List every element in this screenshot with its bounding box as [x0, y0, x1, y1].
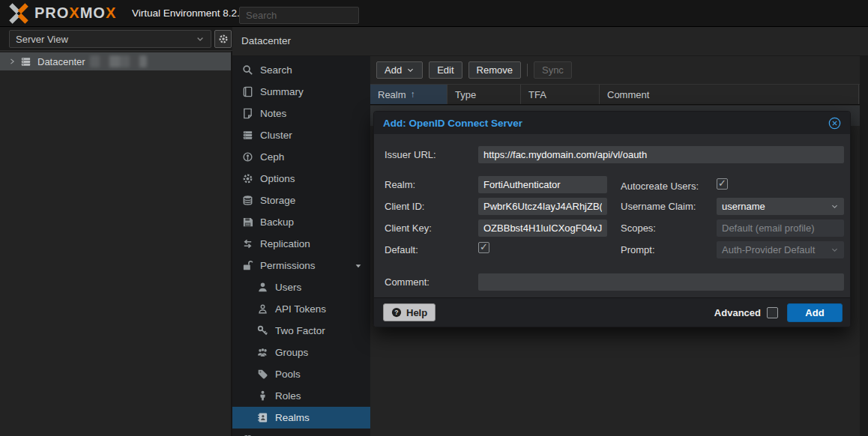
- content-header: Datacenter: [232, 27, 868, 56]
- default-checkbox[interactable]: [478, 242, 489, 253]
- menu-item-storage[interactable]: Storage: [232, 190, 370, 211]
- toolbar-separator: [527, 64, 528, 76]
- autocreate-users-label: Autocreate Users:: [621, 181, 699, 192]
- tree-node-datacenter[interactable]: Datacenter: [0, 52, 231, 70]
- menu-item-users[interactable]: Users: [232, 276, 370, 298]
- prompt-value: Auth-Provider Default: [722, 244, 815, 255]
- menu-item-label: Two Factor: [275, 325, 325, 336]
- autocreate-users-checkbox[interactable]: [717, 178, 728, 190]
- storage-icon: [242, 195, 253, 206]
- add-submit-button[interactable]: Add: [787, 303, 843, 322]
- menu-item-options[interactable]: Options: [232, 168, 370, 190]
- dialog-title-bar[interactable]: Add: OpenID Connect Server: [374, 112, 850, 134]
- realm-input[interactable]: [478, 176, 607, 193]
- column-header-realm[interactable]: Realm↑: [370, 85, 447, 104]
- api-tokens-icon: [257, 303, 268, 315]
- menu-item-summary[interactable]: Summary: [232, 81, 370, 103]
- proxmox-app-window: PROXMOX Virtual Environment 8.2.4 Server…: [0, 0, 868, 436]
- ceph-icon: [242, 151, 253, 163]
- brand-letters: MO: [80, 4, 106, 21]
- column-header-label: TFA: [528, 89, 546, 100]
- scopes-input[interactable]: [717, 219, 844, 237]
- tree-settings-button[interactable]: [214, 30, 232, 48]
- menu-item-search[interactable]: Search: [232, 59, 370, 81]
- toolbar-button-label: Edit: [437, 64, 453, 76]
- realm-label: Realm:: [385, 179, 415, 190]
- menu-item-label: Realms: [275, 412, 310, 423]
- menu-item-label: Summary: [260, 86, 304, 97]
- prompt-select[interactable]: Auth-Provider Default: [717, 241, 844, 258]
- menu-item-roles[interactable]: Roles: [232, 385, 370, 407]
- column-header-type[interactable]: Type: [447, 85, 521, 104]
- edit-button[interactable]: Edit: [429, 61, 462, 79]
- menu-item-ceph[interactable]: Ceph: [232, 146, 370, 168]
- advanced-checkbox[interactable]: [767, 307, 778, 318]
- menu-item-pools[interactable]: Pools: [232, 363, 370, 385]
- chevron-down-icon: [831, 246, 839, 254]
- remove-button[interactable]: Remove: [468, 61, 521, 79]
- menu-item-label: Notes: [260, 108, 286, 119]
- menu-item-label: Options: [260, 173, 295, 184]
- dialog-footer: ? Help Advanced Add: [374, 297, 850, 327]
- gear-icon: [218, 34, 229, 44]
- chevron-down-icon: [196, 34, 205, 43]
- dialog-title: Add: OpenID Connect Server: [383, 118, 522, 129]
- chevron-down-icon: [831, 202, 839, 211]
- panel-right-margin: [860, 56, 868, 436]
- menu-item-two-factor[interactable]: Two Factor: [232, 320, 370, 342]
- brand-letters: PRO: [34, 4, 69, 21]
- menu-item-replication[interactable]: Replication: [232, 233, 370, 255]
- client-id-input[interactable]: [478, 198, 607, 215]
- menu-item-realms[interactable]: Realms: [232, 407, 370, 429]
- username-claim-label: Username Claim:: [621, 201, 696, 212]
- notes-icon: [242, 108, 253, 119]
- comment-label: Comment:: [385, 276, 430, 288]
- permissions-icon: [242, 260, 253, 271]
- menu-item-api-tokens[interactable]: API Tokens: [232, 298, 370, 320]
- menu-item-permissions[interactable]: Permissions: [232, 255, 370, 276]
- menu-item-groups[interactable]: Groups: [232, 342, 370, 363]
- menu-item-label: Replication: [260, 238, 310, 249]
- sync-button[interactable]: Sync: [534, 61, 572, 79]
- client-id-label: Client ID:: [385, 201, 424, 212]
- menu-item-label: Groups: [275, 347, 308, 358]
- issuer-url-input[interactable]: [478, 146, 844, 163]
- column-header-comment[interactable]: Comment: [600, 85, 859, 104]
- menu-item-ha[interactable]: HA: [232, 429, 370, 436]
- client-key-input[interactable]: [478, 219, 607, 237]
- menu-item-notes[interactable]: Notes: [232, 103, 370, 124]
- summary-icon: [242, 86, 253, 97]
- add-button[interactable]: Add: [376, 61, 423, 79]
- column-header-label: Comment: [607, 89, 649, 100]
- toolbar-button-label: Add: [385, 64, 402, 76]
- username-claim-select[interactable]: username: [717, 198, 844, 215]
- pools-icon: [257, 369, 268, 380]
- menu-item-backup[interactable]: Backup: [232, 211, 370, 233]
- view-selector-dropdown[interactable]: Server View: [9, 30, 211, 48]
- prompt-label: Prompt:: [621, 244, 655, 255]
- menu-item-label: Permissions: [260, 260, 316, 271]
- users-icon: [257, 282, 268, 293]
- version-text: Virtual Environment 8.2.4: [132, 7, 245, 19]
- advanced-label: Advanced: [714, 307, 761, 318]
- menu-item-label: Cluster: [260, 130, 292, 141]
- column-header-tfa[interactable]: TFA: [521, 85, 600, 104]
- close-icon[interactable]: [828, 117, 841, 130]
- roles-icon: [257, 390, 268, 402]
- scopes-label: Scopes:: [621, 222, 656, 234]
- global-search-input[interactable]: [239, 7, 359, 24]
- brand-letters: X: [106, 4, 116, 21]
- menu-item-cluster[interactable]: Cluster: [232, 124, 370, 146]
- sort-asc-icon: ↑: [411, 89, 415, 100]
- expand-chevron-icon[interactable]: [8, 58, 16, 65]
- replication-icon: [242, 238, 253, 249]
- client-key-label: Client Key:: [385, 222, 432, 234]
- caret-down-icon: [354, 261, 363, 270]
- tree-panel: Datacenter: [0, 51, 231, 436]
- view-selector-label: Server View: [16, 34, 68, 45]
- comment-input[interactable]: [478, 273, 844, 291]
- top-header-bar: PROXMOX Virtual Environment 8.2.4: [0, 0, 868, 27]
- tree-node-label: Datacenter: [37, 56, 85, 67]
- help-button[interactable]: ? Help: [383, 303, 435, 321]
- brand-text: PROXMOX: [34, 4, 116, 22]
